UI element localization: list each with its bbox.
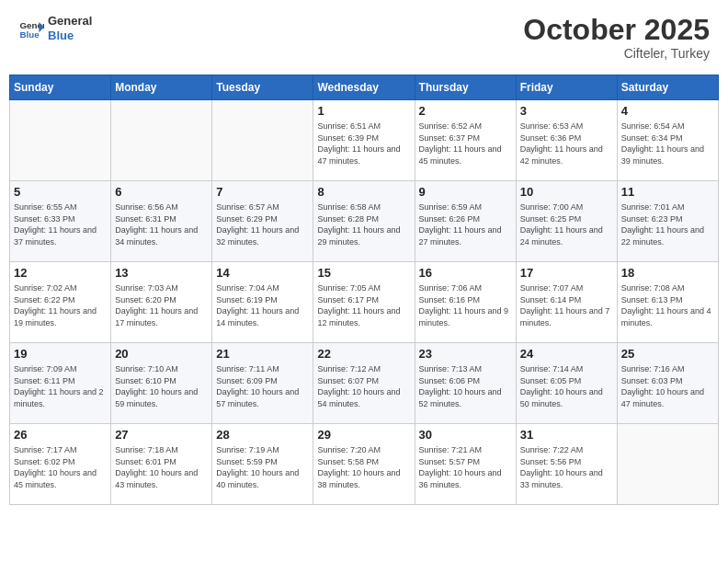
calendar-cell: 10Sunrise: 7:00 AMSunset: 6:25 PMDayligh… bbox=[516, 181, 617, 262]
day-number: 17 bbox=[520, 266, 613, 280]
day-number: 27 bbox=[115, 428, 208, 442]
day-info: Sunrise: 6:53 AMSunset: 6:36 PMDaylight:… bbox=[520, 121, 613, 167]
day-number: 3 bbox=[520, 104, 613, 118]
day-number: 26 bbox=[14, 428, 107, 442]
calendar-week-row: 5Sunrise: 6:55 AMSunset: 6:33 PMDaylight… bbox=[10, 181, 719, 262]
day-info: Sunrise: 6:59 AMSunset: 6:26 PMDaylight:… bbox=[419, 201, 512, 247]
day-info: Sunrise: 7:09 AMSunset: 6:11 PMDaylight:… bbox=[14, 363, 107, 409]
logo-general: General bbox=[48, 14, 92, 28]
day-info: Sunrise: 7:04 AMSunset: 6:19 PMDaylight:… bbox=[216, 282, 309, 328]
day-info: Sunrise: 7:16 AMSunset: 6:03 PMDaylight:… bbox=[621, 363, 714, 409]
calendar-cell: 16Sunrise: 7:06 AMSunset: 6:16 PMDayligh… bbox=[415, 262, 516, 343]
calendar-cell: 12Sunrise: 7:02 AMSunset: 6:22 PMDayligh… bbox=[10, 262, 111, 343]
day-number: 22 bbox=[317, 347, 410, 361]
day-number: 15 bbox=[317, 266, 410, 280]
weekday-header-friday: Friday bbox=[516, 75, 617, 100]
calendar-cell bbox=[617, 424, 718, 505]
day-number: 23 bbox=[419, 347, 512, 361]
logo-icon: General Blue bbox=[18, 16, 44, 41]
calendar-week-row: 1Sunrise: 6:51 AMSunset: 6:39 PMDaylight… bbox=[10, 100, 719, 181]
calendar-cell: 24Sunrise: 7:14 AMSunset: 6:05 PMDayligh… bbox=[516, 343, 617, 424]
calendar-cell: 5Sunrise: 6:55 AMSunset: 6:33 PMDaylight… bbox=[10, 181, 111, 262]
day-info: Sunrise: 7:20 AMSunset: 5:58 PMDaylight:… bbox=[317, 444, 410, 490]
calendar-cell: 17Sunrise: 7:07 AMSunset: 6:14 PMDayligh… bbox=[516, 262, 617, 343]
title-block: October 2025 Cifteler, Turkey bbox=[523, 14, 710, 61]
calendar-cell: 22Sunrise: 7:12 AMSunset: 6:07 PMDayligh… bbox=[313, 343, 415, 424]
day-info: Sunrise: 7:11 AMSunset: 6:09 PMDaylight:… bbox=[216, 363, 309, 409]
day-number: 5 bbox=[14, 185, 107, 199]
calendar-cell: 4Sunrise: 6:54 AMSunset: 6:34 PMDaylight… bbox=[617, 100, 718, 181]
day-info: Sunrise: 7:18 AMSunset: 6:01 PMDaylight:… bbox=[115, 444, 208, 490]
weekday-header-tuesday: Tuesday bbox=[212, 75, 313, 100]
calendar-cell: 3Sunrise: 6:53 AMSunset: 6:36 PMDaylight… bbox=[516, 100, 617, 181]
day-info: Sunrise: 7:22 AMSunset: 5:56 PMDaylight:… bbox=[520, 444, 613, 490]
calendar-table: SundayMondayTuesdayWednesdayThursdayFrid… bbox=[9, 75, 719, 505]
day-info: Sunrise: 6:54 AMSunset: 6:34 PMDaylight:… bbox=[621, 121, 714, 167]
day-number: 10 bbox=[520, 185, 613, 199]
calendar-cell: 13Sunrise: 7:03 AMSunset: 6:20 PMDayligh… bbox=[111, 262, 212, 343]
svg-text:Blue: Blue bbox=[19, 29, 40, 39]
calendar-cell: 20Sunrise: 7:10 AMSunset: 6:10 PMDayligh… bbox=[111, 343, 212, 424]
day-number: 30 bbox=[419, 428, 512, 442]
calendar-cell: 18Sunrise: 7:08 AMSunset: 6:13 PMDayligh… bbox=[617, 262, 718, 343]
location-subtitle: Cifteler, Turkey bbox=[523, 46, 710, 61]
day-number: 12 bbox=[14, 266, 107, 280]
calendar-cell bbox=[10, 100, 111, 181]
calendar-cell: 30Sunrise: 7:21 AMSunset: 5:57 PMDayligh… bbox=[415, 424, 516, 505]
day-info: Sunrise: 7:07 AMSunset: 6:14 PMDaylight:… bbox=[520, 282, 613, 328]
page-container: General Blue General Blue October 2025 C… bbox=[9, 9, 719, 505]
calendar-week-row: 19Sunrise: 7:09 AMSunset: 6:11 PMDayligh… bbox=[10, 343, 719, 424]
logo-blue: Blue bbox=[48, 29, 92, 43]
day-number: 18 bbox=[621, 266, 714, 280]
calendar-cell: 21Sunrise: 7:11 AMSunset: 6:09 PMDayligh… bbox=[212, 343, 313, 424]
day-info: Sunrise: 7:21 AMSunset: 5:57 PMDaylight:… bbox=[419, 444, 512, 490]
day-info: Sunrise: 7:05 AMSunset: 6:17 PMDaylight:… bbox=[317, 282, 410, 328]
weekday-header-sunday: Sunday bbox=[10, 75, 111, 100]
day-number: 21 bbox=[216, 347, 309, 361]
calendar-cell: 6Sunrise: 6:56 AMSunset: 6:31 PMDaylight… bbox=[111, 181, 212, 262]
day-info: Sunrise: 7:02 AMSunset: 6:22 PMDaylight:… bbox=[14, 282, 107, 328]
day-number: 14 bbox=[216, 266, 309, 280]
day-info: Sunrise: 7:19 AMSunset: 5:59 PMDaylight:… bbox=[216, 444, 309, 490]
calendar-week-row: 12Sunrise: 7:02 AMSunset: 6:22 PMDayligh… bbox=[10, 262, 719, 343]
day-number: 1 bbox=[317, 104, 410, 118]
day-info: Sunrise: 7:14 AMSunset: 6:05 PMDaylight:… bbox=[520, 363, 613, 409]
day-number: 20 bbox=[115, 347, 208, 361]
day-number: 13 bbox=[115, 266, 208, 280]
day-number: 11 bbox=[621, 185, 714, 199]
day-number: 25 bbox=[621, 347, 714, 361]
day-info: Sunrise: 7:00 AMSunset: 6:25 PMDaylight:… bbox=[520, 201, 613, 247]
calendar-cell: 7Sunrise: 6:57 AMSunset: 6:29 PMDaylight… bbox=[212, 181, 313, 262]
day-info: Sunrise: 7:01 AMSunset: 6:23 PMDaylight:… bbox=[621, 201, 714, 247]
day-info: Sunrise: 6:51 AMSunset: 6:39 PMDaylight:… bbox=[317, 121, 410, 167]
weekday-header-wednesday: Wednesday bbox=[313, 75, 415, 100]
day-info: Sunrise: 7:10 AMSunset: 6:10 PMDaylight:… bbox=[115, 363, 208, 409]
day-number: 31 bbox=[520, 428, 613, 442]
weekday-header-saturday: Saturday bbox=[617, 75, 718, 100]
calendar-cell: 8Sunrise: 6:58 AMSunset: 6:28 PMDaylight… bbox=[313, 181, 415, 262]
calendar-cell: 2Sunrise: 6:52 AMSunset: 6:37 PMDaylight… bbox=[415, 100, 516, 181]
day-number: 19 bbox=[14, 347, 107, 361]
calendar-cell bbox=[212, 100, 313, 181]
weekday-header-monday: Monday bbox=[111, 75, 212, 100]
calendar-cell: 25Sunrise: 7:16 AMSunset: 6:03 PMDayligh… bbox=[617, 343, 718, 424]
calendar-cell bbox=[111, 100, 212, 181]
day-number: 28 bbox=[216, 428, 309, 442]
month-title: October 2025 bbox=[523, 14, 710, 46]
calendar-cell: 1Sunrise: 6:51 AMSunset: 6:39 PMDaylight… bbox=[313, 100, 415, 181]
day-info: Sunrise: 7:03 AMSunset: 6:20 PMDaylight:… bbox=[115, 282, 208, 328]
day-info: Sunrise: 6:58 AMSunset: 6:28 PMDaylight:… bbox=[317, 201, 410, 247]
day-number: 7 bbox=[216, 185, 309, 199]
day-number: 24 bbox=[520, 347, 613, 361]
day-info: Sunrise: 7:13 AMSunset: 6:06 PMDaylight:… bbox=[419, 363, 512, 409]
calendar-cell: 29Sunrise: 7:20 AMSunset: 5:58 PMDayligh… bbox=[313, 424, 415, 505]
day-info: Sunrise: 7:06 AMSunset: 6:16 PMDaylight:… bbox=[419, 282, 512, 328]
day-number: 2 bbox=[419, 104, 512, 118]
logo: General Blue General Blue bbox=[18, 14, 92, 42]
calendar-week-row: 26Sunrise: 7:17 AMSunset: 6:02 PMDayligh… bbox=[10, 424, 719, 505]
day-number: 16 bbox=[419, 266, 512, 280]
day-number: 9 bbox=[419, 185, 512, 199]
header: General Blue General Blue October 2025 C… bbox=[9, 9, 719, 65]
day-number: 8 bbox=[317, 185, 410, 199]
day-info: Sunrise: 7:08 AMSunset: 6:13 PMDaylight:… bbox=[621, 282, 714, 328]
